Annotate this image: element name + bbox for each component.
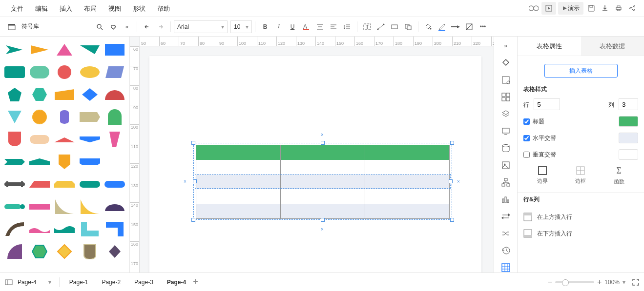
copy-button[interactable] xyxy=(401,20,415,34)
shape-item[interactable] xyxy=(78,175,101,194)
rows-input[interactable] xyxy=(534,98,560,110)
shape-item[interactable] xyxy=(104,130,126,149)
menu-edit[interactable]: 编辑 xyxy=(29,0,54,17)
settings-icon[interactable] xyxy=(500,75,511,85)
shape-item[interactable] xyxy=(104,220,126,238)
undo-button[interactable] xyxy=(140,20,154,34)
page-tab-4[interactable]: Page-4 xyxy=(160,273,193,291)
zoom-value[interactable]: 100% xyxy=(604,279,620,286)
shape-item[interactable] xyxy=(53,40,76,59)
shape-item[interactable] xyxy=(3,175,26,194)
shape-item[interactable] xyxy=(3,63,26,81)
shape-item[interactable] xyxy=(28,108,51,126)
shape-item[interactable] xyxy=(3,153,26,171)
shape-item[interactable] xyxy=(53,175,76,194)
zoom-slider[interactable] xyxy=(555,281,594,283)
halign-button[interactable] xyxy=(327,20,340,34)
sel-handle[interactable] xyxy=(321,218,325,222)
italic-button[interactable]: I xyxy=(272,20,286,34)
page-tab-3[interactable]: Page-3 xyxy=(127,273,160,291)
sel-handle[interactable] xyxy=(193,179,197,183)
shape-item[interactable] xyxy=(28,242,51,261)
search-icon[interactable] xyxy=(93,20,106,34)
preview-button[interactable] xyxy=(541,2,556,15)
shape-item[interactable] xyxy=(3,197,26,216)
shape-item[interactable] xyxy=(78,40,101,59)
shape-item[interactable] xyxy=(3,242,26,261)
random-icon[interactable] xyxy=(500,228,511,238)
present-button[interactable]: 演示 xyxy=(558,2,583,15)
theme-icon[interactable] xyxy=(500,58,511,68)
shape-item[interactable] xyxy=(28,40,51,59)
valign-button[interactable] xyxy=(313,20,327,34)
fontcolor-button[interactable]: A xyxy=(299,20,313,34)
shape-item[interactable] xyxy=(3,220,26,238)
shape-item[interactable] xyxy=(3,85,26,104)
shape-item[interactable] xyxy=(53,220,76,238)
redo-button[interactable] xyxy=(154,20,167,34)
menu-view[interactable]: 视图 xyxy=(103,0,127,17)
shape-item[interactable] xyxy=(3,108,26,126)
sel-handle[interactable] xyxy=(321,141,325,145)
bold-button[interactable]: B xyxy=(258,20,272,34)
shape-item[interactable] xyxy=(104,197,126,216)
insert-row-above-button[interactable]: 在上方插入行 xyxy=(523,209,638,225)
shape-item[interactable] xyxy=(28,197,51,216)
sel-handle[interactable] xyxy=(191,141,195,145)
textbox-button[interactable]: T xyxy=(360,20,374,34)
insert-table-button[interactable]: 插入表格 xyxy=(544,64,618,78)
collapse-icon[interactable]: « xyxy=(120,20,134,34)
zoom-out-button[interactable]: − xyxy=(548,278,552,287)
halt-checkbox[interactable] xyxy=(523,135,530,141)
shape-item[interactable] xyxy=(3,130,26,149)
sel-handle[interactable] xyxy=(449,179,453,183)
image-icon[interactable] xyxy=(500,160,511,170)
canvas[interactable]: 5060708090100110120130140150160170180190… xyxy=(130,37,494,272)
library-icon[interactable] xyxy=(5,20,19,34)
save-icon[interactable] xyxy=(584,1,598,15)
menu-layout[interactable]: 布局 xyxy=(78,0,103,17)
components-icon[interactable] xyxy=(500,92,511,102)
shape-item[interactable] xyxy=(104,108,126,126)
insert-row-below-button[interactable]: 在下方插入行 xyxy=(523,225,638,242)
shape-item[interactable] xyxy=(78,85,101,104)
more-button[interactable]: ••• xyxy=(476,20,490,34)
fullscreen-button[interactable] xyxy=(628,279,639,286)
shape-item[interactable] xyxy=(53,197,76,216)
underline-button[interactable]: U xyxy=(286,20,299,34)
menu-file[interactable]: 文件 xyxy=(5,0,29,17)
pages-icon[interactable] xyxy=(5,279,13,285)
present2-icon[interactable] xyxy=(500,126,511,136)
header-color-swatch[interactable] xyxy=(619,116,638,127)
fontsize-dropdown[interactable]: 10 xyxy=(230,20,252,33)
page-tab-1[interactable]: Page-1 xyxy=(62,273,95,291)
rect-button[interactable] xyxy=(388,20,401,34)
shape-item[interactable] xyxy=(78,130,101,149)
sel-handle[interactable] xyxy=(191,218,195,222)
font-dropdown[interactable]: Arial xyxy=(174,20,228,33)
share-icon[interactable] xyxy=(625,1,639,15)
shape-item[interactable] xyxy=(53,130,76,149)
shape-item[interactable] xyxy=(53,153,76,171)
chart-icon[interactable] xyxy=(500,194,511,204)
layers-icon[interactable] xyxy=(500,109,511,119)
shape-item[interactable] xyxy=(53,108,76,126)
sequence-icon[interactable] xyxy=(500,211,511,221)
add-page-button[interactable]: + xyxy=(193,277,198,287)
menu-insert[interactable]: 插入 xyxy=(54,0,78,17)
shape-item[interactable] xyxy=(53,85,76,104)
history-icon[interactable] xyxy=(500,245,511,255)
shape-item[interactable] xyxy=(104,63,126,81)
valt-color-swatch[interactable] xyxy=(619,149,638,160)
shape-item[interactable] xyxy=(104,85,126,104)
sel-handle[interactable] xyxy=(450,141,454,145)
favorite-icon[interactable] xyxy=(106,20,120,34)
shape-item[interactable] xyxy=(53,63,76,81)
menu-shape[interactable]: 形状 xyxy=(127,0,151,17)
shape-item[interactable] xyxy=(28,63,51,81)
table-tool-icon[interactable] xyxy=(500,262,511,272)
shape-item[interactable] xyxy=(104,242,126,261)
page-dropdown[interactable]: Page-4▾ xyxy=(13,279,56,286)
download-icon[interactable] xyxy=(598,1,612,15)
shape-item[interactable] xyxy=(78,108,101,126)
